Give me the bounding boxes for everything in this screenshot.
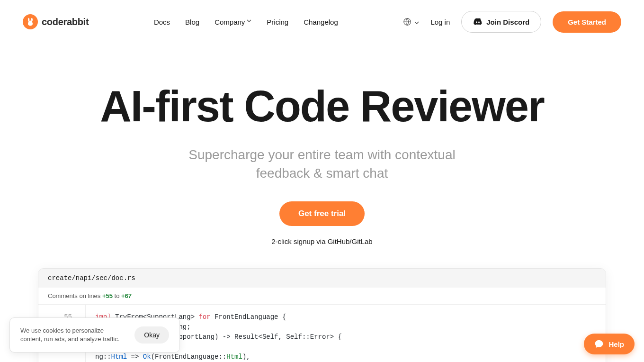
language-selector[interactable]	[403, 18, 419, 26]
rabbit-icon	[23, 14, 38, 29]
chevron-down-icon	[414, 18, 419, 26]
nav-company-label: Company	[215, 18, 245, 26]
chat-icon	[594, 339, 604, 349]
nav-pricing[interactable]: Pricing	[267, 18, 288, 26]
file-path: create/napi/sec/doc.rs	[38, 269, 606, 288]
header-actions: Log in Join Discord Get Started	[403, 11, 621, 33]
discord-label: Join Discord	[486, 18, 529, 26]
hero-section: AI-first Code Reviewer Supercharge your …	[0, 44, 644, 245]
help-label: Help	[608, 340, 624, 348]
comments-range: Comments on lines +55 to +67	[38, 288, 606, 305]
chevron-down-icon	[247, 19, 251, 24]
logo-text: coderabbit	[42, 17, 89, 27]
nav-blog[interactable]: Blog	[185, 18, 199, 26]
globe-icon	[403, 18, 411, 26]
hero-subtitle: Supercharge your entire team with contex…	[0, 145, 644, 182]
cookie-banner: We use cookies to personalize content, r…	[9, 317, 180, 353]
help-widget[interactable]: Help	[584, 334, 635, 354]
nav-docs[interactable]: Docs	[154, 18, 170, 26]
cookie-accept-button[interactable]: Okay	[134, 326, 169, 344]
join-discord-button[interactable]: Join Discord	[461, 11, 541, 33]
get-started-button[interactable]: Get Started	[553, 11, 621, 33]
discord-icon	[473, 17, 483, 27]
site-header: coderabbit Docs Blog Company Pricing Cha…	[0, 0, 644, 44]
main-nav: Docs Blog Company Pricing Changelog	[154, 18, 338, 26]
nav-company[interactable]: Company	[215, 18, 251, 26]
code-line: ng::Html => Ok(FrontEndLanguage::Html),	[95, 352, 596, 362]
nav-changelog[interactable]: Changelog	[304, 18, 338, 26]
logo[interactable]: coderabbit	[23, 14, 89, 29]
signup-note: 2-click signup via GitHub/GitLab	[0, 237, 644, 245]
get-free-trial-button[interactable]: Get free trial	[279, 201, 365, 226]
hero-title: AI-first Code Reviewer	[0, 81, 644, 131]
cookie-text: We use cookies to personalize content, r…	[20, 326, 120, 344]
login-link[interactable]: Log in	[430, 18, 450, 26]
